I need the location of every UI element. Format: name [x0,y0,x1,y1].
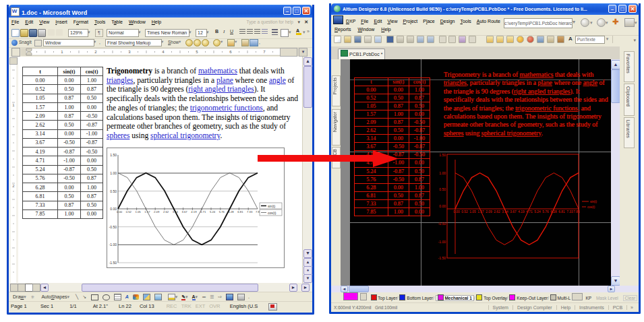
svg-text:2.09: 2.09 [154,210,160,214]
svg-text:4.19: 4.19 [191,210,197,214]
svg-text:1.05: 1.05 [469,210,476,214]
svg-text:cos(t): cos(t) [587,205,595,209]
svg-text:2.09: 2.09 [486,210,492,214]
svg-text:1.05: 1.05 [136,210,142,214]
svg-text:3.67: 3.67 [182,210,188,214]
svg-text:7.33: 7.33 [566,210,573,214]
svg-text:6.81: 6.81 [558,210,565,214]
svg-text:0.00: 0.00 [453,210,460,214]
svg-text:-0.50: -0.50 [438,222,446,226]
svg-text:6.81: 6.81 [237,210,243,214]
svg-text:2.62: 2.62 [163,210,169,214]
svg-text:0.00: 0.00 [117,210,123,214]
svg-text:0.50: 0.50 [110,189,117,193]
svg-text:-1.50: -1.50 [438,256,446,260]
svg-text:5.24: 5.24 [534,210,541,214]
svg-text:0.50: 0.50 [439,187,446,191]
svg-text:0.00: 0.00 [439,204,446,208]
svg-text:7.33: 7.33 [247,210,253,214]
svg-text:-1.00: -1.00 [438,240,446,244]
svg-text:1.00: 1.00 [439,171,446,175]
svg-text:sin(t): sin(t) [268,204,275,208]
svg-text:7.85: 7.85 [573,210,580,214]
svg-text:1.00: 1.00 [110,171,117,175]
svg-text:0.52: 0.52 [461,210,468,214]
svg-text:4.19: 4.19 [518,210,525,214]
svg-text:5.76: 5.76 [219,210,225,214]
svg-text:0.52: 0.52 [126,210,132,214]
svg-text:cos(t): cos(t) [268,211,276,215]
svg-text:2.62: 2.62 [494,210,500,214]
svg-text:0.00: 0.00 [110,207,117,211]
svg-text:-0.50: -0.50 [109,225,117,229]
svg-text:1.50: 1.50 [439,153,446,157]
svg-text:3.67: 3.67 [510,210,517,214]
svg-text:-1.00: -1.00 [109,243,117,247]
svg-text:4.71: 4.71 [200,210,206,214]
svg-text:5.24: 5.24 [210,210,216,214]
svg-text:5.76: 5.76 [542,210,549,214]
svg-text:sin(t): sin(t) [590,200,597,203]
svg-text:1.50: 1.50 [110,153,117,157]
svg-text:-1.50: -1.50 [109,261,117,265]
